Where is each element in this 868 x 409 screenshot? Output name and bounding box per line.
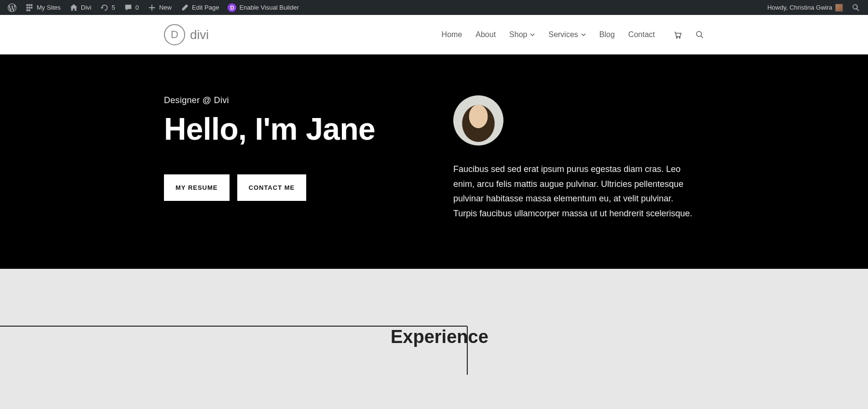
user-avatar-icon bbox=[835, 4, 843, 12]
wp-admin-left: My Sites Divi 5 0 New bbox=[4, 0, 303, 15]
header-inner: D divi Home About Shop Services Blog Con… bbox=[164, 24, 704, 45]
hero-inner: Designer @ Divi Hello, I'm Jane MY RESUM… bbox=[164, 95, 704, 221]
chevron-down-icon bbox=[530, 32, 535, 37]
main-nav: Home About Shop Services Blog Contact bbox=[442, 30, 704, 39]
wp-admin-right: Howdy, Christina Gwira bbox=[763, 0, 864, 15]
wp-edit-label: Edit Page bbox=[192, 4, 219, 11]
logo-text: divi bbox=[190, 27, 209, 42]
hero-title: Hello, I'm Jane bbox=[164, 113, 415, 145]
nav-contact-label: Contact bbox=[628, 30, 655, 39]
wp-search[interactable] bbox=[848, 0, 864, 15]
contact-me-button[interactable]: CONTACT ME bbox=[237, 174, 307, 201]
site-header: D divi Home About Shop Services Blog Con… bbox=[0, 15, 868, 54]
wp-howdy[interactable]: Howdy, Christina Gwira bbox=[763, 0, 847, 15]
nav-services[interactable]: Services bbox=[548, 30, 585, 39]
hero-section: Designer @ Divi Hello, I'm Jane MY RESUM… bbox=[0, 54, 868, 269]
experience-inner: Experience bbox=[164, 327, 704, 375]
nav-shop[interactable]: Shop bbox=[509, 30, 535, 39]
nav-about[interactable]: About bbox=[475, 30, 496, 39]
cart-icon[interactable] bbox=[673, 30, 682, 39]
wp-logo[interactable] bbox=[4, 0, 20, 15]
nav-contact[interactable]: Contact bbox=[628, 30, 655, 39]
home-icon bbox=[69, 3, 78, 12]
wp-updates-count: 5 bbox=[112, 4, 115, 11]
chevron-down-icon bbox=[581, 32, 586, 37]
experience-title: Experience bbox=[391, 327, 488, 375]
nav-home-label: Home bbox=[442, 30, 462, 39]
hero-buttons: MY RESUME CONTACT ME bbox=[164, 174, 415, 201]
hero-subtitle: Designer @ Divi bbox=[164, 95, 415, 106]
wp-admin-bar: My Sites Divi 5 0 New bbox=[0, 0, 868, 15]
search-icon bbox=[852, 3, 860, 12]
nav-services-label: Services bbox=[548, 30, 578, 39]
pencil-icon bbox=[180, 3, 189, 12]
hero-right: Faucibus sed sed erat ipsum purus egesta… bbox=[453, 95, 704, 221]
network-icon bbox=[25, 3, 34, 12]
update-icon bbox=[100, 3, 109, 12]
wp-site-name[interactable]: Divi bbox=[66, 0, 95, 15]
divi-icon: D bbox=[228, 3, 236, 12]
nav-home[interactable]: Home bbox=[442, 30, 462, 39]
wp-howdy-label: Howdy, Christina Gwira bbox=[767, 4, 832, 11]
wp-edit-page[interactable]: Edit Page bbox=[176, 0, 223, 15]
nav-shop-label: Shop bbox=[509, 30, 527, 39]
experience-section: Experience bbox=[0, 269, 868, 375]
wp-vb-label: Enable Visual Builder bbox=[239, 4, 298, 11]
search-icon[interactable] bbox=[695, 30, 704, 39]
wp-comments[interactable]: 0 bbox=[120, 0, 143, 15]
hero-bio: Faucibus sed sed erat ipsum purus egesta… bbox=[453, 162, 699, 221]
wp-my-sites-label: My Sites bbox=[37, 4, 61, 11]
svg-point-2 bbox=[696, 31, 702, 37]
nav-about-label: About bbox=[475, 30, 496, 39]
resume-button[interactable]: MY RESUME bbox=[164, 174, 230, 201]
svg-point-1 bbox=[679, 37, 680, 38]
svg-point-0 bbox=[676, 37, 677, 38]
nav-blog[interactable]: Blog bbox=[599, 30, 615, 39]
nav-blog-label: Blog bbox=[599, 30, 615, 39]
wp-updates[interactable]: 5 bbox=[96, 0, 119, 15]
site-logo[interactable]: D divi bbox=[164, 24, 209, 45]
wp-new[interactable]: New bbox=[144, 0, 176, 15]
nav-icons bbox=[673, 30, 704, 39]
comment-icon bbox=[124, 3, 133, 12]
wp-visual-builder[interactable]: D Enable Visual Builder bbox=[224, 0, 302, 15]
wp-comments-count: 0 bbox=[136, 4, 139, 11]
logo-icon: D bbox=[164, 24, 185, 45]
hero-left: Designer @ Divi Hello, I'm Jane MY RESUM… bbox=[164, 95, 415, 221]
wp-site-label: Divi bbox=[81, 4, 92, 11]
plus-icon bbox=[148, 3, 156, 12]
wp-new-label: New bbox=[159, 4, 172, 11]
profile-avatar bbox=[453, 95, 503, 145]
wordpress-icon bbox=[8, 3, 16, 12]
wp-my-sites[interactable]: My Sites bbox=[21, 0, 65, 15]
